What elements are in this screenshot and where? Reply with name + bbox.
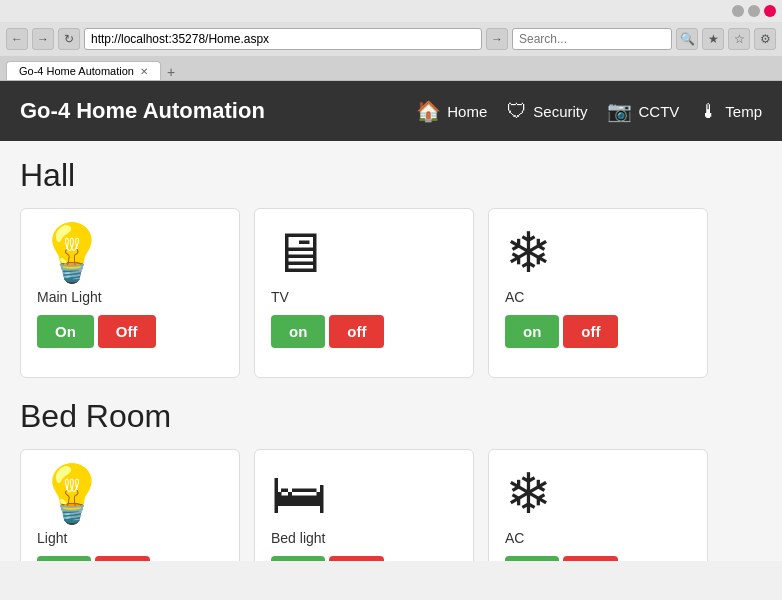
section-hall: Hall💡Main LightOnOff🖥TVonoff❄AConoff [20, 157, 762, 378]
nav-cctv[interactable]: 📷 CCTV [607, 99, 679, 123]
hall-tv-on-button[interactable]: on [271, 315, 325, 348]
content-area: Hall💡Main LightOnOff🖥TVonoff❄AConoffBed … [0, 141, 782, 561]
card-bed-bedlight: 🛏Bed lightonoff [254, 449, 474, 561]
bed-bedlight-label: Bed light [271, 530, 325, 546]
section-title-hall: Hall [20, 157, 762, 194]
hall-ac-on-button[interactable]: on [505, 315, 559, 348]
section-bedroom: Bed Room💡Lightonoff🛏Bed lightonoff❄ACono… [20, 398, 762, 561]
bed-ac-off-button[interactable]: off [563, 556, 618, 561]
bed-ac-on-button[interactable]: on [505, 556, 559, 561]
hall-ac-label: AC [505, 289, 524, 305]
forward-button[interactable]: → [32, 28, 54, 50]
card-hall-tv: 🖥TVonoff [254, 208, 474, 378]
bed-ac-icon: ❄ [505, 466, 552, 522]
hall-tv-icon: 🖥 [271, 225, 327, 281]
home-icon: 🏠 [416, 99, 441, 123]
bed-light-controls: onoff [37, 556, 150, 561]
star-button[interactable]: ☆ [728, 28, 750, 50]
bed-bedlight-controls: onoff [271, 556, 384, 561]
browser-nav: ← → ↻ → 🔍 ★ ☆ ⚙ [0, 22, 782, 56]
browser-titlebar [0, 0, 782, 22]
address-bar[interactable] [84, 28, 482, 50]
app-container: Go-4 Home Automation 🏠 Home 🛡 Security 📷… [0, 81, 782, 561]
hall-light-on-button[interactable]: On [37, 315, 94, 348]
temp-icon: 🌡 [699, 100, 719, 123]
bed-light-icon: 💡 [37, 466, 107, 522]
hall-ac-icon: ❄ [505, 225, 552, 281]
card-bed-light: 💡Lightonoff [20, 449, 240, 561]
bed-light-label: Light [37, 530, 67, 546]
tab-label: Go-4 Home Automation [19, 65, 134, 77]
section-title-bedroom: Bed Room [20, 398, 762, 435]
card-hall-ac: ❄AConoff [488, 208, 708, 378]
search-input[interactable] [512, 28, 672, 50]
back-button[interactable]: ← [6, 28, 28, 50]
favorites-button[interactable]: ★ [702, 28, 724, 50]
active-tab[interactable]: Go-4 Home Automation ✕ [6, 61, 161, 80]
app-header: Go-4 Home Automation 🏠 Home 🛡 Security 📷… [0, 81, 782, 141]
tab-close-button[interactable]: ✕ [140, 66, 148, 77]
close-btn[interactable] [764, 5, 776, 17]
hall-tv-controls: onoff [271, 315, 384, 348]
hall-ac-off-button[interactable]: off [563, 315, 618, 348]
hall-light-icon: 💡 [37, 225, 107, 281]
shield-icon: 🛡 [507, 100, 527, 123]
bed-ac-controls: onoff [505, 556, 618, 561]
browser-tabs: Go-4 Home Automation ✕ + [0, 56, 782, 80]
go-button[interactable]: → [486, 28, 508, 50]
bed-bedlight-off-button[interactable]: off [329, 556, 384, 561]
bed-light-on-button[interactable]: on [37, 556, 91, 561]
minimize-btn[interactable] [732, 5, 744, 17]
hall-light-label: Main Light [37, 289, 102, 305]
nav-security[interactable]: 🛡 Security [507, 100, 587, 123]
maximize-btn[interactable] [748, 5, 760, 17]
bed-ac-label: AC [505, 530, 524, 546]
hall-tv-off-button[interactable]: off [329, 315, 384, 348]
settings-button[interactable]: ⚙ [754, 28, 776, 50]
nav-cctv-label: CCTV [638, 103, 679, 120]
bed-light-off-button[interactable]: off [95, 556, 150, 561]
bed-bedlight-on-button[interactable]: on [271, 556, 325, 561]
browser-chrome: ← → ↻ → 🔍 ★ ☆ ⚙ Go-4 Home Automation ✕ + [0, 0, 782, 81]
hall-light-off-button[interactable]: Off [98, 315, 156, 348]
refresh-button[interactable]: ↻ [58, 28, 80, 50]
nav-security-label: Security [533, 103, 587, 120]
card-bed-ac: ❄AConoff [488, 449, 708, 561]
card-hall-light: 💡Main LightOnOff [20, 208, 240, 378]
nav-temp-label: Temp [725, 103, 762, 120]
cctv-icon: 📷 [607, 99, 632, 123]
nav-home[interactable]: 🏠 Home [416, 99, 487, 123]
search-button[interactable]: 🔍 [676, 28, 698, 50]
cards-row-hall: 💡Main LightOnOff🖥TVonoff❄AConoff [20, 208, 762, 378]
nav-links: 🏠 Home 🛡 Security 📷 CCTV 🌡 Temp [416, 99, 762, 123]
nav-temp[interactable]: 🌡 Temp [699, 100, 762, 123]
bed-bedlight-icon: 🛏 [271, 466, 327, 522]
new-tab-button[interactable]: + [163, 64, 179, 80]
hall-light-controls: OnOff [37, 315, 156, 348]
app-title: Go-4 Home Automation [20, 98, 265, 124]
hall-tv-label: TV [271, 289, 289, 305]
nav-home-label: Home [447, 103, 487, 120]
hall-ac-controls: onoff [505, 315, 618, 348]
cards-row-bedroom: 💡Lightonoff🛏Bed lightonoff❄AConoff [20, 449, 762, 561]
